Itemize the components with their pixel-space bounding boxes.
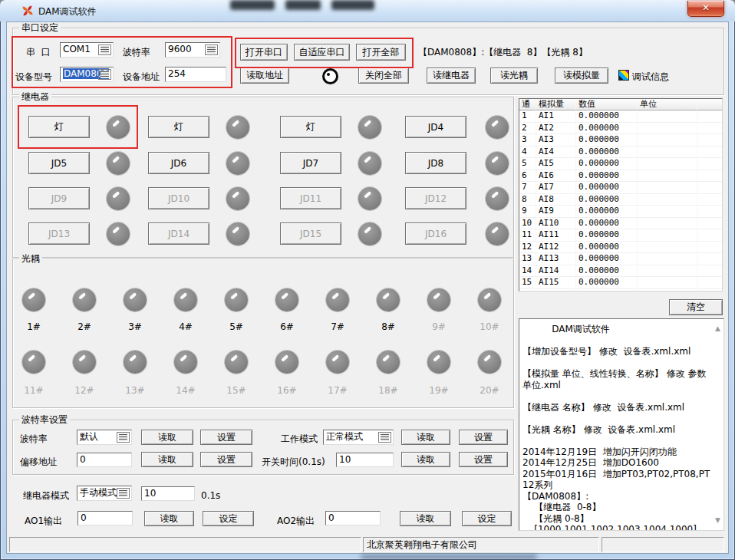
table-row[interactable]: 9AI90.000000 [519, 206, 722, 218]
ao2-set-button[interactable]: 设定 [462, 511, 512, 526]
table-header-cell[interactable]: 数值 [576, 99, 638, 110]
relay-indicator-12[interactable] [486, 187, 509, 210]
table-row[interactable]: 2AI20.000000 [519, 123, 722, 135]
table-row[interactable]: 12AI120.000000 [519, 242, 722, 254]
read-analog-button[interactable]: 读模拟量 [555, 68, 608, 84]
work-mode-set-button[interactable]: 设置 [459, 430, 508, 445]
relay-indicator-2[interactable] [226, 116, 249, 139]
combo-scroll-icon[interactable] [98, 69, 111, 80]
ao2-input[interactable]: 0 [325, 511, 381, 525]
combo-scroll-icon[interactable] [117, 488, 130, 499]
relay-button-9[interactable]: JD9 [28, 187, 90, 209]
baud-select[interactable]: 9600 [165, 42, 220, 58]
table-header-cell[interactable]: 模拟量 [536, 99, 576, 110]
open-all-button[interactable]: 打开全部 [356, 44, 406, 61]
relay-button-13[interactable]: JD13 [28, 222, 90, 245]
offset-read-button[interactable]: 读取 [141, 452, 193, 467]
baud-set-button[interactable]: 设置 [200, 430, 252, 445]
relay-indicator-3[interactable] [358, 116, 381, 139]
relay-indicator-4[interactable] [486, 116, 509, 139]
info-panel[interactable]: DAM调试软件 【增加设备型号】 修改 设备表.xml.xml 【模拟量 单位、… [519, 318, 724, 531]
table-cell: 5 [519, 158, 536, 170]
combo-scroll-icon[interactable] [205, 44, 218, 55]
relay-button-3[interactable]: 灯 [280, 116, 341, 138]
relay-button-5[interactable]: JD5 [28, 152, 90, 174]
relay-indicator-16[interactable] [486, 222, 509, 245]
table-row[interactable]: 11AI110.000000 [519, 229, 722, 242]
read-relay-button[interactable]: 读继电器 [427, 68, 476, 84]
relay-button-12[interactable]: JD12 [405, 187, 466, 209]
relay-button-1[interactable]: 灯 [28, 116, 90, 138]
table-row[interactable]: 10AI100.000000 [519, 218, 722, 230]
relay-indicator-14[interactable] [226, 222, 249, 245]
relay-indicator-10[interactable] [226, 187, 249, 210]
table-row[interactable]: 1AI10.000000 [519, 110, 722, 123]
ao2-read-button[interactable]: 读取 [400, 511, 451, 526]
switch-time-read-button[interactable]: 读取 [401, 452, 450, 467]
relay-button-7[interactable]: JD7 [280, 152, 341, 174]
work-mode-read-button[interactable]: 读取 [401, 430, 450, 445]
offset-input[interactable]: 0 [77, 453, 132, 467]
relay-button-11[interactable]: JD11 [280, 187, 341, 209]
relay-button-6[interactable]: JD6 [148, 152, 209, 174]
table-row[interactable]: 14AI140.000000 [519, 265, 722, 278]
relay-button-15[interactable]: JD15 [280, 222, 341, 245]
table-row[interactable]: 7AI70.000000 [519, 182, 722, 194]
combo-scroll-icon[interactable] [98, 44, 111, 55]
relay-button-10[interactable]: JD10 [148, 187, 209, 209]
combo-scroll-icon[interactable] [378, 432, 391, 443]
relay-button-14[interactable]: JD14 [148, 222, 209, 245]
scroll-up-icon[interactable]: ▲ [715, 325, 720, 332]
switch-time-set-button[interactable]: 设置 [459, 452, 508, 467]
close-all-button[interactable]: 关闭全部 [358, 68, 409, 84]
table-row[interactable]: 5AI50.000000 [519, 158, 722, 170]
table-cell: 0.000000 [576, 110, 638, 122]
switch-time-input[interactable]: 10 [336, 453, 394, 467]
relay-indicator-6[interactable] [226, 152, 249, 175]
table-row[interactable]: 15AI150.000000 [519, 277, 722, 289]
ao1-input[interactable]: 0 [77, 511, 133, 525]
table-row[interactable]: 6AI60.000000 [519, 170, 722, 183]
auto-port-button[interactable]: 自适应串口 [294, 44, 350, 61]
offset-set-button[interactable]: 设置 [200, 452, 252, 467]
address-input[interactable]: 254 [165, 67, 226, 82]
table-row[interactable]: 4AI40.000000 [519, 147, 722, 159]
relay-button-8[interactable]: JD8 [405, 152, 466, 174]
relay-button-2[interactable]: 灯 [148, 116, 209, 138]
relay-indicator-5[interactable] [107, 152, 130, 175]
port-select[interactable]: COM1 [60, 42, 114, 58]
model-select[interactable]: DAM0808 [60, 67, 114, 82]
ao1-set-button[interactable]: 设定 [203, 511, 254, 526]
read-address-button[interactable]: 读取地址 [240, 68, 289, 84]
read-opto-button[interactable]: 读光耦 [490, 68, 538, 84]
relay-mode-select[interactable]: 手动模式 [77, 486, 132, 501]
baud-read-button[interactable]: 读取 [141, 430, 193, 445]
combo-scroll-icon[interactable] [117, 432, 130, 443]
relay-indicator-11[interactable] [358, 187, 381, 210]
relay-indicator-7[interactable] [358, 152, 381, 175]
table-cell: AI10 [536, 218, 576, 229]
table-row[interactable]: 3AI30.000000 [519, 134, 722, 147]
relay-button-16[interactable]: JD16 [405, 222, 466, 245]
scroll-down-icon[interactable]: ▼ [715, 517, 720, 524]
baud-rate-select[interactable]: 默认 [77, 430, 132, 445]
table-header-cell[interactable] [697, 99, 722, 110]
table-row[interactable]: 13AI130.000000 [519, 253, 722, 265]
relay-indicator-8[interactable] [486, 152, 509, 175]
close-button[interactable]: ✕ [687, 1, 724, 17]
relay-indicator-9[interactable] [107, 187, 130, 210]
table-row[interactable]: 8AI80.000000 [519, 194, 722, 206]
table-header-cell[interactable]: 单位 [638, 99, 697, 110]
relay-indicator-13[interactable] [107, 222, 130, 245]
table-cell: 8 [519, 194, 536, 206]
work-mode-select[interactable]: 正常模式 [323, 430, 394, 445]
relay-button-4[interactable]: JD4 [405, 116, 466, 138]
table-header-cell[interactable]: 通 [519, 99, 536, 110]
ao1-read-button[interactable]: 读取 [144, 511, 194, 526]
relay-mode-time-input[interactable]: 10 [141, 486, 195, 501]
clear-button[interactable]: 清空 [669, 299, 723, 315]
relay-indicator-1[interactable] [107, 116, 130, 139]
table-row[interactable]: 16AI160.000000 [519, 289, 722, 292]
open-port-button[interactable]: 打开串口 [240, 44, 288, 61]
relay-indicator-15[interactable] [358, 222, 381, 245]
